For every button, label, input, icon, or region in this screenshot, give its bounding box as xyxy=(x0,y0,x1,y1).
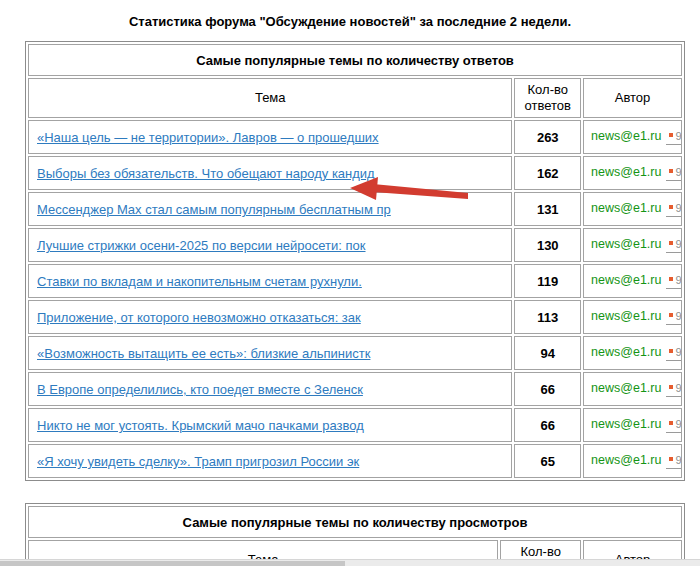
karma-badge[interactable]: 9 xyxy=(666,455,682,469)
karma-dot-icon xyxy=(669,421,673,425)
table-row: «Я хочу увидеть сделку». Трамп пригрозил… xyxy=(28,444,682,478)
karma-badge[interactable]: 9 xyxy=(666,311,682,325)
topic-link[interactable]: Лучшие стрижки осени-2025 по версии нейр… xyxy=(37,238,366,253)
karma-count: 9 xyxy=(675,310,681,322)
topic-link[interactable]: В Европе определились, кто поедет вместе… xyxy=(37,382,363,397)
column-header-author: Автор xyxy=(583,78,682,118)
reply-count: 130 xyxy=(514,228,581,262)
author-link[interactable]: news@e1.ru xyxy=(591,381,661,395)
horizontal-scrollbar[interactable] xyxy=(0,559,700,566)
topic-link[interactable]: Никто не мог устоять. Крымский мачо пачк… xyxy=(37,418,364,433)
karma-dot-icon xyxy=(669,205,673,209)
reply-count: 113 xyxy=(514,300,581,334)
reply-count: 94 xyxy=(514,336,581,370)
karma-count: 9 xyxy=(675,382,681,394)
reply-count: 263 xyxy=(514,120,581,154)
table-row: Лучшие стрижки осени-2025 по версии нейр… xyxy=(28,228,682,262)
karma-badge[interactable]: 9 xyxy=(666,167,682,181)
author-link[interactable]: news@e1.ru xyxy=(591,237,661,251)
table-gap xyxy=(0,481,700,503)
karma-dot-icon xyxy=(669,169,673,173)
topic-link[interactable]: Выборы без обязательств. Что обещают нар… xyxy=(37,166,375,181)
table-row: Ставки по вкладам и накопительным счетам… xyxy=(28,264,682,298)
karma-badge[interactable]: 9 xyxy=(666,239,682,253)
reply-count: 66 xyxy=(514,372,581,406)
author-link[interactable]: news@e1.ru xyxy=(591,453,661,467)
scrollbar-thumb[interactable] xyxy=(0,561,345,566)
reply-count: 65 xyxy=(514,444,581,478)
table-row: Никто не мог устоять. Крымский мачо пачк… xyxy=(28,408,682,442)
karma-count: 9 xyxy=(675,238,681,250)
karma-dot-icon xyxy=(669,277,673,281)
karma-count: 9 xyxy=(675,346,681,358)
karma-count: 9 xyxy=(675,274,681,286)
reply-count: 162 xyxy=(514,156,581,190)
karma-badge[interactable]: 9 xyxy=(666,275,682,289)
author-link[interactable]: news@e1.ru xyxy=(591,201,661,215)
author-link[interactable]: news@e1.ru xyxy=(591,309,661,323)
karma-badge[interactable]: 9 xyxy=(666,131,682,145)
karma-badge[interactable]: 9 xyxy=(666,383,682,397)
table-row-arrow-target: Мессенджер Max стал самым популярным бес… xyxy=(28,192,682,226)
page-title: Статистика форума "Обсуждение новостей" … xyxy=(0,14,700,29)
table-row: Приложение, от которого невозможно отказ… xyxy=(28,300,682,334)
topic-link[interactable]: «Возможность вытащить ее есть»: близкие … xyxy=(37,346,370,361)
author-link[interactable]: news@e1.ru xyxy=(591,417,661,431)
column-header-count: Кол-во ответов xyxy=(514,78,581,118)
topic-link[interactable]: Ставки по вкладам и накопительным счетам… xyxy=(37,274,362,289)
author-link[interactable]: news@e1.ru xyxy=(591,129,661,143)
topic-link[interactable]: «Наша цель — не территории». Лавров — о … xyxy=(37,130,379,145)
reply-count: 66 xyxy=(514,408,581,442)
karma-badge[interactable]: 9 xyxy=(666,203,682,217)
table-popular-by-replies: Самые популярные темы по количеству отве… xyxy=(25,41,685,481)
table-popular-by-views: Самые популярные темы по количеству прос… xyxy=(25,503,685,566)
topic-link[interactable]: «Я хочу увидеть сделку». Трамп пригрозил… xyxy=(37,454,359,469)
topic-link[interactable]: Мессенджер Max стал самым популярным бес… xyxy=(37,202,391,217)
karma-dot-icon xyxy=(669,313,673,317)
table-row: «Возможность вытащить ее есть»: близкие … xyxy=(28,336,682,370)
author-link[interactable]: news@e1.ru xyxy=(591,273,661,287)
column-header-topic: Тема xyxy=(28,78,512,118)
reply-count: 131 xyxy=(514,192,581,226)
author-link[interactable]: news@e1.ru xyxy=(591,345,661,359)
karma-count: 9 xyxy=(675,454,681,466)
table-caption-row: Самые популярные темы по количеству прос… xyxy=(28,506,682,538)
table-header-row: Тема Кол-во ответов Автор xyxy=(28,78,682,118)
table-row: «Наша цель — не территории». Лавров — о … xyxy=(28,120,682,154)
karma-count: 9 xyxy=(675,418,681,430)
karma-count: 9 xyxy=(675,202,681,214)
karma-badge[interactable]: 9 xyxy=(666,419,682,433)
karma-dot-icon xyxy=(669,133,673,137)
table-row: В Европе определились, кто поедет вместе… xyxy=(28,372,682,406)
karma-badge[interactable]: 9 xyxy=(666,347,682,361)
table-row: Выборы без обязательств. Что обещают нар… xyxy=(28,156,682,190)
karma-dot-icon xyxy=(669,349,673,353)
table-caption: Самые популярные темы по количеству отве… xyxy=(28,44,682,76)
author-link[interactable]: news@e1.ru xyxy=(591,165,661,179)
table-caption: Самые популярные темы по количеству прос… xyxy=(28,506,682,538)
karma-dot-icon xyxy=(669,385,673,389)
karma-dot-icon xyxy=(669,241,673,245)
topic-link[interactable]: Приложение, от которого невозможно отказ… xyxy=(37,310,361,325)
karma-count: 9 xyxy=(675,166,681,178)
karma-dot-icon xyxy=(669,457,673,461)
reply-count: 119 xyxy=(514,264,581,298)
karma-count: 9 xyxy=(675,130,681,142)
table-caption-row: Самые популярные темы по количеству отве… xyxy=(28,44,682,76)
